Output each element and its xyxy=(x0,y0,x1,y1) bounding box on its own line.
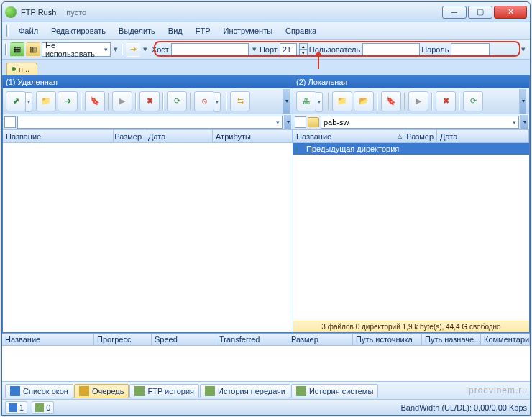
remote-stop-button[interactable]: ⦸▾ xyxy=(194,91,214,111)
app-title: FTP Rush xyxy=(21,8,56,17)
host-input[interactable] xyxy=(171,43,249,56)
local-delete-button[interactable]: ✖ xyxy=(436,91,456,111)
tab-ftp-history[interactable]: FTP история xyxy=(129,384,199,398)
queue-col-speed[interactable]: Speed xyxy=(152,334,216,345)
remote-toolbar-overflow[interactable]: ▾ xyxy=(283,89,290,114)
local-list[interactable]: Предыдущая директория xyxy=(293,143,529,321)
remote-pane-title: (1) Удаленная xyxy=(3,75,293,88)
local-folder-icon xyxy=(308,117,319,127)
remote-refresh-button[interactable]: ⟳ xyxy=(167,91,187,111)
local-toolbar-overflow[interactable]: ▾ xyxy=(519,89,526,114)
pass-input[interactable] xyxy=(451,43,490,56)
queue-col-dstpath[interactable]: Путь назначе... xyxy=(422,334,481,345)
queue-col-progress[interactable]: Прогресс xyxy=(94,334,152,345)
remote-delete-button[interactable]: ✖ xyxy=(139,91,160,111)
remote-pathbar-overflow[interactable]: ▾ xyxy=(284,115,291,129)
local-bookmark-button[interactable]: 🔖 xyxy=(381,91,401,111)
tab-window-list[interactable]: Список окон xyxy=(5,384,73,398)
menu-select[interactable]: Выделить xyxy=(113,24,161,37)
port-spinner[interactable]: ▴▾ xyxy=(299,43,308,56)
local-refresh-button[interactable]: ⟳ xyxy=(463,91,483,111)
sitemanager-icon[interactable]: ▦ xyxy=(10,42,24,57)
connection-tab-label: п... xyxy=(19,65,29,73)
port-label: Порт xyxy=(260,45,278,54)
queue-col-size[interactable]: Размер xyxy=(288,334,353,345)
local-toolbar: 🖶▾ 📁 📂 🔖 ▶ ✖ ⟳ ▾ xyxy=(293,88,529,114)
queue-list[interactable] xyxy=(2,346,530,382)
remote-go-button[interactable]: ➜ xyxy=(58,91,78,111)
connection-status-icon xyxy=(12,67,16,71)
local-pathbar: pab-sw ▾ xyxy=(293,114,529,130)
remote-drive-icon[interactable] xyxy=(4,116,16,128)
connection-tabs: п... xyxy=(2,60,530,75)
menu-edit[interactable]: Редактировать xyxy=(45,24,111,37)
connection-tab[interactable]: п... xyxy=(6,63,37,75)
queue-col-srcpath[interactable]: Путь источника xyxy=(353,334,422,345)
remote-col-name[interactable]: Название xyxy=(3,130,114,142)
local-transfer-button[interactable]: 🖶▾ xyxy=(296,91,316,111)
status-transfers: 0 xyxy=(32,401,54,414)
remote-transfer-button[interactable]: ⬈▾ xyxy=(6,91,26,111)
proxy-mode-value: Не использовать xyxy=(45,41,100,58)
tab-queue[interactable]: Очередь xyxy=(74,384,129,398)
local-drive-icon[interactable] xyxy=(295,116,306,128)
remote-pathbar: ▾ xyxy=(3,114,293,130)
menu-file[interactable]: Файл xyxy=(13,24,44,37)
user-input[interactable] xyxy=(362,43,420,56)
local-newfolder-button[interactable]: 📁 xyxy=(332,91,352,111)
remote-path-input[interactable] xyxy=(17,116,283,129)
list-item-parent[interactable]: Предыдущая директория xyxy=(293,143,529,155)
local-pane: (2) Локальная 🖶▾ 📁 📂 🔖 ▶ ✖ ⟳ ▾ pab-sw ▾ xyxy=(293,75,530,333)
remote-list[interactable] xyxy=(3,143,293,332)
remote-col-date[interactable]: Дата xyxy=(145,130,213,142)
pass-label: Пароль xyxy=(421,45,449,54)
app-icon xyxy=(5,6,17,18)
host-history-dropdown[interactable]: ▾ xyxy=(251,42,258,57)
menu-help[interactable]: Справка xyxy=(280,24,322,37)
local-path-input[interactable]: pab-sw xyxy=(321,116,519,129)
remote-col-size[interactable]: Размер xyxy=(114,130,145,142)
menu-ftp[interactable]: FTP xyxy=(190,24,216,37)
proxy-mode-combo[interactable]: Не использовать xyxy=(42,42,111,57)
maximize-button[interactable]: ▢ xyxy=(468,6,492,19)
queue-col-transferred[interactable]: Transferred xyxy=(216,334,288,345)
toolbar-overflow[interactable]: ▾ xyxy=(520,42,527,57)
queue-col-comment[interactable]: Комментарий xyxy=(481,334,530,345)
remote-mirror-button[interactable]: ⇆ xyxy=(230,91,250,111)
menu-tools[interactable]: Инструменты xyxy=(217,24,278,37)
menu-view[interactable]: Вид xyxy=(162,24,188,37)
remote-newfolder-button[interactable]: 📁 xyxy=(36,91,56,111)
status-connections: 1 xyxy=(5,401,27,414)
remote-bookmark-button[interactable]: 🔖 xyxy=(85,91,105,111)
tab-transfer-history[interactable]: История передачи xyxy=(200,384,290,398)
local-play-button[interactable]: ▶ xyxy=(408,91,428,111)
remote-pane: (1) Удаленная ⬈▾ 📁 ➜ 🔖 ▶ ✖ ⟳ ⦸▾ ⇆ ▾ xyxy=(2,75,293,333)
connect-dropdown[interactable]: ▾ xyxy=(142,42,149,57)
local-col-size[interactable]: Размер xyxy=(405,130,437,142)
local-columns: Название△ Размер Дата xyxy=(293,130,529,143)
close-button[interactable]: ✕ xyxy=(494,6,527,19)
queue-col-name[interactable]: Название xyxy=(2,334,94,345)
local-col-date[interactable]: Дата xyxy=(437,130,529,142)
quickconnect-icon[interactable]: ▥ xyxy=(26,42,40,57)
app-subtitle: пусто xyxy=(66,8,86,17)
port-input[interactable] xyxy=(280,43,297,56)
local-up-button[interactable]: 📂 xyxy=(354,91,374,111)
annotation-arrow xyxy=(318,52,319,69)
list-item-label: Предыдущая директория xyxy=(306,145,399,153)
local-pathbar-overflow[interactable]: ▾ xyxy=(520,115,528,129)
titlebar: FTP Rush пусто ─ ▢ ✕ xyxy=(2,2,530,22)
proxy-mode-dropdown[interactable]: ▾ xyxy=(112,42,119,57)
connect-icon[interactable]: ➜ xyxy=(126,42,140,57)
tab-system-history[interactable]: История системы xyxy=(291,384,378,398)
local-pane-title: (2) Локальная xyxy=(293,75,529,88)
remote-columns: Название Размер Дата Атрибуты xyxy=(3,130,293,143)
watermark: iprodvinem.ru xyxy=(466,385,528,395)
local-col-name[interactable]: Название△ xyxy=(293,130,405,142)
queue-columns: Название Прогресс Speed Transferred Разм… xyxy=(2,333,530,346)
remote-play-button[interactable]: ▶ xyxy=(112,91,132,111)
minimize-button[interactable]: ─ xyxy=(442,6,467,19)
remote-col-attr[interactable]: Атрибуты xyxy=(213,130,293,142)
up-arrow-icon xyxy=(295,145,303,153)
connection-toolbar: ▦ ▥ Не использовать ▾ ➜ ▾ Хост ▾ Порт ▴▾… xyxy=(2,40,530,60)
